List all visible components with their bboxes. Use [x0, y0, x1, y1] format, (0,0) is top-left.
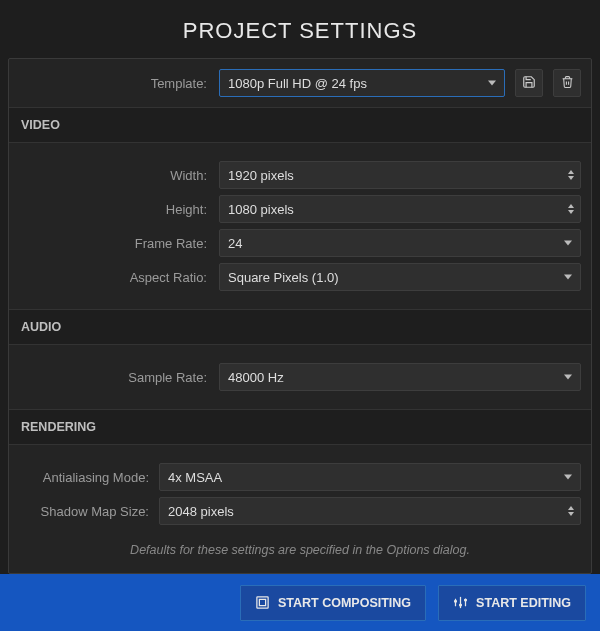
aspect-dropdown[interactable]: Square Pixels (1.0): [219, 263, 581, 291]
antialiasing-label: Antialiasing Mode:: [19, 470, 149, 485]
chevron-down-icon: [488, 81, 496, 86]
chevron-down-icon: [564, 241, 572, 246]
height-spinner[interactable]: 1080 pixels: [219, 195, 581, 223]
svg-rect-0: [257, 597, 268, 608]
template-row: Template: 1080p Full HD @ 24 fps: [19, 59, 581, 97]
video-section-header: VIDEO: [9, 107, 591, 143]
template-dropdown[interactable]: 1080p Full HD @ 24 fps: [219, 69, 505, 97]
start-compositing-button[interactable]: START COMPOSITING: [240, 585, 426, 621]
width-label: Width:: [19, 168, 209, 183]
aspect-value: Square Pixels (1.0): [228, 270, 339, 285]
spinner-icon: [568, 204, 574, 214]
framerate-label: Frame Rate:: [19, 236, 209, 251]
project-settings-dialog: PROJECT SETTINGS Template: 1080p Full HD…: [0, 0, 600, 631]
dialog-content: Template: 1080p Full HD @ 24 fps VIDEO W…: [8, 58, 592, 574]
samplerate-value: 48000 Hz: [228, 370, 284, 385]
dialog-footer: START COMPOSITING START EDITING: [0, 574, 600, 631]
framerate-dropdown[interactable]: 24: [219, 229, 581, 257]
audio-section: Sample Rate: 48000 Hz: [19, 355, 581, 399]
svg-point-7: [465, 599, 467, 601]
template-value: 1080p Full HD @ 24 fps: [228, 76, 367, 91]
rendering-section-header: RENDERING: [9, 409, 591, 445]
width-value: 1920 pixels: [228, 168, 294, 183]
compositing-icon: [255, 595, 270, 610]
svg-point-5: [455, 600, 457, 602]
spinner-icon: [568, 170, 574, 180]
height-value: 1080 pixels: [228, 202, 294, 217]
trash-icon: [561, 75, 574, 92]
start-editing-button[interactable]: START EDITING: [438, 585, 586, 621]
chevron-down-icon: [564, 275, 572, 280]
chevron-down-icon: [564, 475, 572, 480]
svg-point-6: [460, 604, 462, 606]
editing-icon: [453, 595, 468, 610]
samplerate-dropdown[interactable]: 48000 Hz: [219, 363, 581, 391]
shadowmap-label: Shadow Map Size:: [19, 504, 149, 519]
chevron-down-icon: [564, 375, 572, 380]
dialog-title: PROJECT SETTINGS: [0, 0, 600, 58]
save-template-button[interactable]: [515, 69, 543, 97]
shadowmap-spinner[interactable]: 2048 pixels: [159, 497, 581, 525]
aspect-label: Aspect Ratio:: [19, 270, 209, 285]
framerate-value: 24: [228, 236, 242, 251]
rendering-section: Antialiasing Mode: 4x MSAA Shadow Map Si…: [19, 455, 581, 563]
rendering-note: Defaults for these settings are specifie…: [19, 531, 581, 561]
audio-section-header: AUDIO: [9, 309, 591, 345]
width-spinner[interactable]: 1920 pixels: [219, 161, 581, 189]
antialiasing-dropdown[interactable]: 4x MSAA: [159, 463, 581, 491]
delete-template-button[interactable]: [553, 69, 581, 97]
antialiasing-value: 4x MSAA: [168, 470, 222, 485]
video-section: Width: 1920 pixels Height: 1080 pixels F…: [19, 153, 581, 299]
start-editing-label: START EDITING: [476, 596, 571, 610]
template-label: Template:: [19, 76, 209, 91]
height-label: Height:: [19, 202, 209, 217]
shadowmap-value: 2048 pixels: [168, 504, 234, 519]
spinner-icon: [568, 506, 574, 516]
save-icon: [522, 75, 536, 92]
samplerate-label: Sample Rate:: [19, 370, 209, 385]
start-compositing-label: START COMPOSITING: [278, 596, 411, 610]
svg-rect-1: [259, 599, 265, 605]
